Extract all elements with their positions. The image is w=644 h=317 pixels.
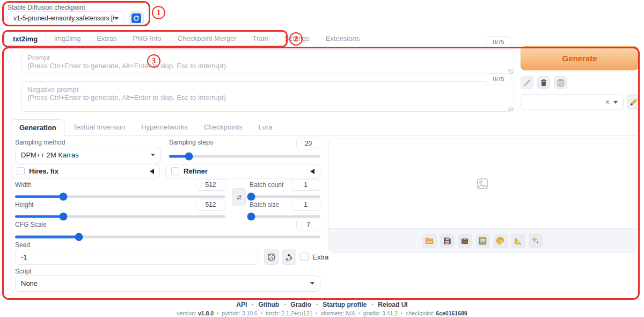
clear-prompt-button[interactable] (537, 76, 550, 89)
hires-fix-checkbox[interactable] (17, 167, 25, 175)
tab-txt2img[interactable]: txt2img (4, 31, 46, 47)
pencil-icon (630, 98, 638, 106)
triangular-ruler-icon (514, 237, 522, 245)
width-input[interactable] (196, 179, 225, 191)
tab-png-info[interactable]: PNG Info (125, 31, 169, 47)
refiner-checkbox[interactable] (171, 167, 179, 175)
tab-lora[interactable]: Lora (250, 119, 280, 135)
tab-hypernetworks[interactable]: Hypernetworks (133, 119, 196, 135)
prompt-token-counter: 0/75 (486, 36, 511, 47)
slider-thumb[interactable] (247, 212, 255, 220)
checkpoint-value: v1-5-pruned-emaonly.safetensors [6ce0161… (13, 15, 114, 22)
dot-separator: • (401, 311, 402, 316)
trash-icon (540, 79, 547, 87)
chevron-down-icon (613, 101, 618, 104)
recycle-icon (285, 253, 293, 261)
palette-icon (496, 236, 504, 245)
dot-separator: • (217, 311, 218, 316)
tab-checkpoint-merger[interactable]: Checkpoint Merger (170, 31, 245, 47)
clear-styles-icon[interactable]: × (605, 98, 610, 106)
footer-link-github[interactable]: Github (259, 301, 280, 308)
sampling-steps-slider[interactable] (169, 152, 320, 160)
height-label: Height (15, 201, 34, 208)
tab-train[interactable]: Train (245, 31, 276, 47)
width-slider[interactable] (15, 192, 225, 200)
clipboard-icon (557, 79, 564, 87)
refiner-accordion[interactable]: Refiner (165, 164, 320, 178)
cfg-scale-input[interactable] (296, 219, 320, 230)
negative-prompt-input[interactable] (21, 81, 514, 112)
checkpoint-dropdown[interactable]: v1-5-pruned-emaonly.safetensors [6ce0161… (8, 11, 125, 25)
slider-thumb[interactable] (60, 192, 68, 200)
dot-separator: • (358, 311, 360, 316)
slider-thumb[interactable] (60, 212, 68, 220)
sampling-method-dropdown[interactable]: DPM++ 2M Karras (15, 147, 161, 163)
tab-extras[interactable]: Extras (89, 31, 125, 47)
batch-size-label: Batch size (250, 201, 279, 208)
negative-prompt-resize-handle[interactable] (508, 106, 513, 111)
refresh-checkpoint-button[interactable] (129, 11, 144, 25)
tab-img2img[interactable]: img2img (46, 31, 89, 47)
edit-styles-button[interactable] (627, 94, 640, 110)
width-label: Width (15, 181, 32, 189)
paste-generation-params-button[interactable] (521, 76, 533, 89)
swap-arrows-icon (236, 193, 243, 201)
tab-textual-inversion[interactable]: Textual Inversion (65, 119, 134, 135)
styles-dropdown[interactable]: × (521, 94, 624, 110)
script-label: Script (15, 268, 32, 275)
image-placeholder-icon (476, 177, 489, 190)
footer-link-api[interactable]: API (236, 301, 247, 308)
tab-checkpoints[interactable]: Checkpoints (196, 119, 251, 135)
upscale-button[interactable] (529, 234, 543, 248)
checkpoint-label: Stable Diffusion checkpoint (8, 4, 85, 11)
sampling-method-value: DPM++ 2M Karras (21, 151, 79, 159)
script-value: None (21, 279, 38, 287)
chevron-down-icon (114, 17, 119, 20)
chevron-down-icon (151, 154, 155, 156)
collapse-arrow-icon[interactable] (150, 169, 154, 174)
batch-count-label: Batch count (250, 181, 283, 189)
apply-styles-button[interactable] (554, 76, 567, 89)
seed-input[interactable] (15, 249, 259, 265)
height-input[interactable] (196, 199, 225, 211)
reuse-seed-button[interactable] (282, 249, 296, 265)
open-folder-button[interactable] (422, 234, 437, 248)
save-zip-button[interactable] (458, 234, 472, 248)
result-gallery (328, 139, 636, 253)
height-slider[interactable] (15, 212, 225, 220)
gallery-empty-area (329, 139, 636, 228)
extra-seed-checkbox[interactable] (301, 253, 309, 261)
footer-link-gradio[interactable]: Gradio (290, 301, 311, 308)
slider-thumb[interactable] (185, 152, 193, 160)
send-to-img2img-button[interactable] (475, 234, 490, 248)
floppy-disk-icon (443, 237, 451, 245)
swap-dimensions-button[interactable] (232, 188, 246, 206)
collapse-arrow-icon[interactable] (310, 169, 314, 174)
footer-links: API•Github•Gradio•Startup profile•Reload… (0, 301, 644, 308)
negative-prompt-token-counter: 0/75 (486, 73, 511, 84)
batch-size-input[interactable] (291, 199, 320, 211)
prompt-input[interactable] (21, 49, 514, 74)
sub-tab-bar: Generation Textual Inversion Hypernetwor… (11, 121, 636, 136)
archive-box-icon (460, 237, 469, 245)
send-to-inpaint-button[interactable] (493, 234, 508, 248)
tab-extensions[interactable]: Extensions (318, 31, 368, 47)
slider-thumb[interactable] (75, 233, 83, 241)
script-dropdown[interactable]: None (15, 275, 320, 292)
hires-fix-accordion[interactable]: Hires. fix (11, 164, 160, 178)
refresh-icon (131, 13, 141, 23)
random-seed-button[interactable] (264, 249, 279, 265)
tab-generation[interactable]: Generation (11, 119, 65, 136)
batch-count-input[interactable] (291, 179, 320, 191)
footer-link-startup-profile[interactable]: Startup profile (323, 301, 367, 308)
generate-button[interactable]: Generate (521, 46, 639, 70)
tab-settings[interactable]: Settings (276, 31, 318, 47)
save-image-button[interactable] (440, 234, 455, 248)
cfg-scale-slider[interactable] (15, 233, 320, 241)
chevron-down-icon (310, 282, 314, 285)
seed-label: Seed (15, 241, 30, 249)
send-to-extras-button[interactable] (511, 234, 525, 248)
slider-thumb[interactable] (247, 192, 255, 200)
footer-link-reload-ui[interactable]: Reload UI (378, 301, 407, 308)
sampling-steps-input[interactable] (296, 138, 320, 149)
